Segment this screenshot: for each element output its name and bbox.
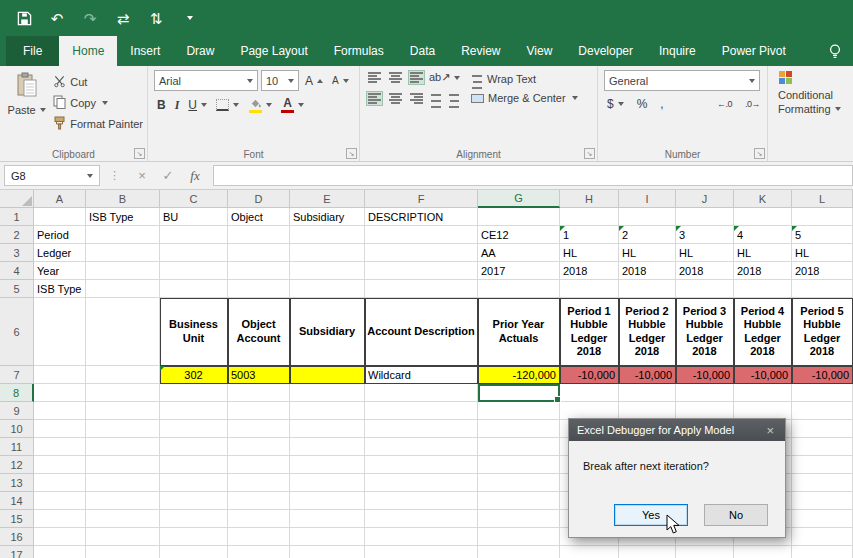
redo-icon[interactable]: ↷ [82,9,98,27]
formula-input[interactable] [213,165,853,186]
cell-I4[interactable]: 2018 [619,262,676,280]
column-header-I[interactable]: I [619,190,676,208]
align-bottom-button[interactable] [408,70,425,85]
cell-A4[interactable]: Year [34,262,86,280]
cell-G14[interactable] [478,492,560,510]
font-name-select[interactable]: Arial [154,70,258,91]
select-all-corner[interactable] [0,190,34,208]
cell-C15[interactable] [160,510,228,528]
align-top-button[interactable] [366,70,383,85]
row-header-4[interactable]: 4 [0,262,34,280]
cell-G6[interactable]: Prior Year Actuals [478,298,560,366]
accounting-format-button[interactable]: $ [604,96,627,112]
cell-F10[interactable] [365,420,478,438]
cell-J8[interactable] [676,384,734,402]
tab-power-pivot[interactable]: Power Pivot [709,36,799,66]
cell-B16[interactable] [86,528,160,546]
cell-H7[interactable]: -10,000 [560,366,619,384]
font-color-button[interactable]: A [278,96,307,114]
cell-E14[interactable] [290,492,365,510]
cell-J2[interactable]: 3 [676,226,734,244]
row-header-6[interactable]: 6 [0,298,34,366]
no-button[interactable]: No [704,504,768,526]
cell-C2[interactable] [160,226,228,244]
decrease-indent-button[interactable] [429,92,443,105]
cell-C3[interactable] [160,244,228,262]
cell-G3[interactable]: AA [478,244,560,262]
font-size-select[interactable]: 10 [261,70,299,91]
decrease-decimal-button[interactable]: .0→ [742,98,763,110]
comma-style-button[interactable]: , [657,96,666,112]
cell-K2[interactable]: 4 [734,226,792,244]
cell-B1[interactable]: ISB Type [86,208,160,226]
cell-J5[interactable] [676,280,734,298]
cell-B2[interactable] [86,226,160,244]
column-header-B[interactable]: B [86,190,160,208]
tab-data[interactable]: Data [397,36,448,66]
cell-G9[interactable] [478,402,560,420]
cell-H8[interactable] [560,384,619,402]
cell-I6[interactable]: Period 2 Hubble Ledger 2018 [619,298,676,366]
cell-D2[interactable] [228,226,290,244]
tab-home[interactable]: Home [59,36,117,66]
cell-E8[interactable] [290,384,365,402]
cell-C12[interactable] [160,456,228,474]
cell-B13[interactable] [86,474,160,492]
align-middle-button[interactable] [387,70,404,85]
row-header-13[interactable]: 13 [0,474,34,492]
cell-B17[interactable] [86,546,160,558]
cell-F1[interactable]: DESCRIPTION [365,208,478,226]
cell-G7[interactable]: -120,000 [478,366,560,384]
tab-draw[interactable]: Draw [173,36,227,66]
format-painter-button[interactable]: Format Painter [53,115,143,133]
cell-L15[interactable] [792,510,853,528]
tab-view[interactable]: View [514,36,566,66]
close-icon[interactable]: × [763,423,777,438]
dialog-title-bar[interactable]: Excel Debugger for Apply Model × [569,419,785,441]
cell-E17[interactable] [290,546,365,558]
cell-B11[interactable] [86,438,160,456]
cell-K1[interactable] [734,208,792,226]
tab-inquire[interactable]: Inquire [646,36,709,66]
cell-L6[interactable]: Period 5 Hubble Ledger 2018 [792,298,853,366]
cell-B6[interactable] [86,298,160,366]
cell-A14[interactable] [34,492,86,510]
cell-I3[interactable]: HL [619,244,676,262]
percent-style-button[interactable]: % [634,96,651,112]
formula-bar-splitter-icon[interactable]: ⋮ [109,169,120,182]
cell-G11[interactable] [478,438,560,456]
cell-F17[interactable] [365,546,478,558]
cell-F9[interactable] [365,402,478,420]
cell-A5[interactable]: ISB Type [34,280,86,298]
font-dialog-launcher-icon[interactable]: ↘ [346,148,357,159]
cell-J7[interactable]: -10,000 [676,366,734,384]
number-dialog-launcher-icon[interactable]: ↘ [754,148,765,159]
cell-L3[interactable]: HL [792,244,853,262]
column-header-F[interactable]: F [365,190,478,208]
cell-F2[interactable] [365,226,478,244]
cell-H5[interactable] [560,280,619,298]
cell-I1[interactable] [619,208,676,226]
row-header-9[interactable]: 9 [0,402,34,420]
copy-button[interactable]: Copy [53,94,143,112]
tab-insert[interactable]: Insert [117,36,173,66]
row-header-17[interactable]: 17 [0,546,34,558]
borders-button[interactable] [213,98,242,112]
row-header-10[interactable]: 10 [0,420,34,438]
row-header-8[interactable]: 8 [0,384,34,402]
cell-B4[interactable] [86,262,160,280]
cell-B5[interactable] [86,280,160,298]
cell-D9[interactable] [228,402,290,420]
cell-F6[interactable]: Account Description [365,298,478,366]
name-box[interactable]: G8 [4,165,100,186]
cell-G16[interactable] [478,528,560,546]
row-header-2[interactable]: 2 [0,226,34,244]
cell-K6[interactable]: Period 4 Hubble Ledger 2018 [734,298,792,366]
cell-L8[interactable] [792,384,853,402]
cell-F5[interactable] [365,280,478,298]
cell-C6[interactable]: Business Unit [160,298,228,366]
cell-K8[interactable] [734,384,792,402]
column-header-E[interactable]: E [290,190,365,208]
cell-E15[interactable] [290,510,365,528]
cell-F16[interactable] [365,528,478,546]
